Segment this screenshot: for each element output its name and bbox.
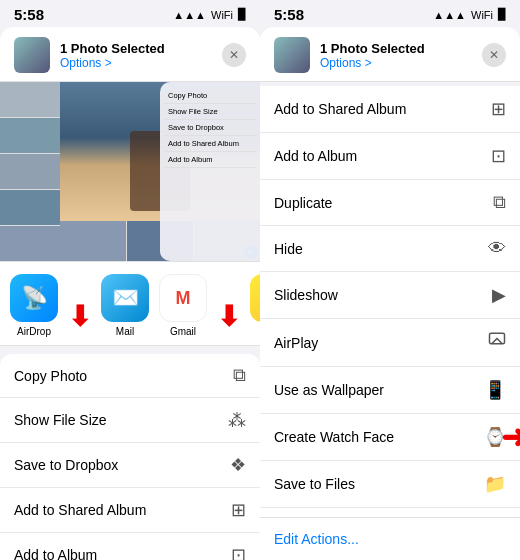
battery-icon: ▉ (238, 8, 246, 21)
red-arrow-2: ⬇ (217, 274, 240, 337)
right-label-duplicate: Duplicate (274, 195, 332, 211)
action-save-dropbox[interactable]: Save to Dropbox ❖ (0, 443, 260, 488)
share-header-right: 1 Photo Selected Options > ✕ (260, 27, 520, 82)
right-action-save-files[interactable]: Save to Files 📁 (260, 461, 520, 508)
app-notes[interactable]: 📝 Notes (250, 274, 260, 337)
share-title-block-right: 1 Photo Selected Options > (320, 41, 482, 70)
preview-cell-3 (0, 154, 60, 189)
notes-icon: 📝 (250, 274, 260, 322)
preview-area-left: Copy Photo Show File Size Save to Dropbo… (0, 82, 260, 262)
gmail-label: Gmail (170, 326, 196, 337)
right-icon-watch: ⌚ (484, 426, 506, 448)
right-label-add-shared-album: Add to Shared Album (274, 101, 406, 117)
right-icon-album: ⊡ (491, 145, 506, 167)
right-panel: 5:58 ▲▲▲ WiFi ▉ 1 Photo Selected Options… (260, 0, 520, 560)
action-add-album[interactable]: Add to Album ⊡ (0, 533, 260, 560)
right-label-wallpaper: Use as Wallpaper (274, 382, 384, 398)
right-icon-airplay (488, 331, 506, 354)
share-title-block-left: 1 Photo Selected Options > (60, 41, 222, 70)
right-label-hide: Hide (274, 241, 303, 257)
right-action-add-album[interactable]: Add to Album ⊡ (260, 133, 520, 180)
status-icons-left: ▲▲▲ WiFi ▉ (173, 8, 246, 21)
mini-item-3: Save to Dropbox (164, 120, 256, 136)
apps-row-left: 📡 AirDrop ⬇ ✉️ Mail M Gmail ⬇ 📝 Notes (0, 262, 260, 346)
right-action-wallpaper[interactable]: Use as Wallpaper 📱 (260, 367, 520, 414)
right-icon-hide: 👁 (488, 238, 506, 259)
action-add-shared-album-label: Add to Shared Album (14, 502, 146, 518)
mini-item-5: Add to Album (164, 152, 256, 168)
wifi-icon: WiFi (211, 9, 233, 21)
mini-item-1: Copy Photo (164, 88, 256, 104)
right-action-duplicate[interactable]: Duplicate ⧉ (260, 180, 520, 226)
preview-bottom-1 (60, 221, 126, 261)
signal-icon-right: ▲▲▲ (433, 9, 466, 21)
share-close-left[interactable]: ✕ (222, 43, 246, 67)
right-action-add-shared-album[interactable]: Add to Shared Album ⊞ (260, 86, 520, 133)
edit-actions-section: Edit Actions... (260, 517, 520, 560)
preview-left-col (0, 82, 60, 261)
status-icons-right: ▲▲▲ WiFi ▉ (433, 8, 506, 21)
airdrop-icon: 📡 (10, 274, 58, 322)
right-action-airplay[interactable]: AirPlay (260, 319, 520, 367)
right-action-list: Add to Shared Album ⊞ Add to Album ⊡ Dup… (260, 86, 520, 517)
action-add-shared-album[interactable]: Add to Shared Album ⊞ (0, 488, 260, 533)
share-title-left: 1 Photo Selected (60, 41, 222, 56)
right-icon-shared-album: ⊞ (491, 98, 506, 120)
action-copy-photo-label: Copy Photo (14, 368, 87, 384)
battery-icon-right: ▉ (498, 8, 506, 21)
mail-icon: ✉️ (101, 274, 149, 322)
app-airdrop[interactable]: 📡 AirDrop (10, 274, 58, 337)
dropbox-icon: ❖ (230, 454, 246, 476)
right-icon-slideshow: ▶ (492, 284, 506, 306)
mail-label: Mail (116, 326, 134, 337)
right-label-save-files: Save to Files (274, 476, 355, 492)
share-title-right: 1 Photo Selected (320, 41, 482, 56)
share-options-left[interactable]: Options > (60, 56, 222, 70)
signal-icon: ▲▲▲ (173, 9, 206, 21)
right-icon-duplicate: ⧉ (493, 192, 506, 213)
share-thumbnail-right (274, 37, 310, 73)
action-copy-photo[interactable]: Copy Photo ⧉ (0, 354, 260, 398)
shared-album-icon: ⊞ (231, 499, 246, 521)
right-label-add-album: Add to Album (274, 148, 357, 164)
share-thumbnail-left (14, 37, 50, 73)
right-icon-wallpaper: 📱 (484, 379, 506, 401)
add-album-icon: ⊡ (231, 544, 246, 560)
share-header-left: 1 Photo Selected Options > ✕ (0, 27, 260, 82)
right-label-slideshow: Slideshow (274, 287, 338, 303)
share-close-right[interactable]: ✕ (482, 43, 506, 67)
status-bar-left: 5:58 ▲▲▲ WiFi ▉ (0, 0, 260, 27)
action-show-file-size-label: Show File Size (14, 412, 107, 428)
right-icon-files: 📁 (484, 473, 506, 495)
action-show-file-size[interactable]: Show File Size ⁂ (0, 398, 260, 443)
mini-item-2: Show File Size (164, 104, 256, 120)
app-mail[interactable]: ✉️ Mail (101, 274, 149, 337)
time-right: 5:58 (274, 6, 304, 23)
time-left: 5:58 (14, 6, 44, 23)
right-action-slideshow[interactable]: Slideshow ▶ (260, 272, 520, 319)
share-options-right[interactable]: Options > (320, 56, 482, 70)
right-action-hide[interactable]: Hide 👁 (260, 226, 520, 272)
preview-cell-1 (0, 82, 60, 117)
preview-cell-5 (0, 226, 60, 261)
right-label-airplay: AirPlay (274, 335, 318, 351)
mini-share-overlay: Copy Photo Show File Size Save to Dropbo… (160, 82, 260, 261)
preview-cell-2 (0, 118, 60, 153)
app-gmail[interactable]: M Gmail (159, 274, 207, 337)
airdrop-label: AirDrop (17, 326, 51, 337)
left-panel: 5:58 ▲▲▲ WiFi ▉ 1 Photo Selected Options… (0, 0, 260, 560)
right-action-assign-contact[interactable]: Assign to Contact 👤 (260, 508, 520, 517)
wifi-icon-right: WiFi (471, 9, 493, 21)
right-label-watch-face: Create Watch Face (274, 429, 394, 445)
action-add-album-label: Add to Album (14, 547, 97, 560)
gmail-icon: M (159, 274, 207, 322)
action-list-left: Copy Photo ⧉ Show File Size ⁂ Save to Dr… (0, 354, 260, 560)
copy-icon: ⧉ (233, 365, 246, 386)
red-arrow-1: ⬇ (68, 274, 91, 337)
edit-actions-link[interactable]: Edit Actions... (274, 531, 359, 547)
action-save-dropbox-label: Save to Dropbox (14, 457, 118, 473)
file-size-icon: ⁂ (228, 409, 246, 431)
right-action-watch-face[interactable]: Create Watch Face ⌚ ➜ (260, 414, 520, 461)
status-bar-right: 5:58 ▲▲▲ WiFi ▉ (260, 0, 520, 27)
mini-item-4: Add to Shared Album (164, 136, 256, 152)
